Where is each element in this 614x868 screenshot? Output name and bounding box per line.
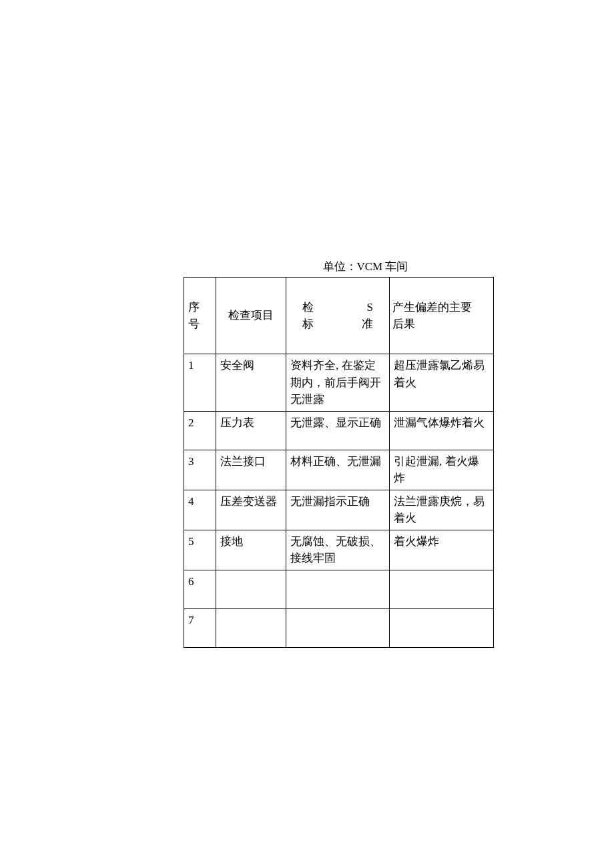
header-result: 产生偏差的主要 后果 [390, 278, 494, 354]
cell-std: 资料齐全, 在鉴定期内，前后手阀开无泄露 [286, 354, 390, 412]
table-row: 1 安全阀 资料齐全, 在鉴定期内，前后手阀开无泄露 超压泄露氯乙烯易着火 [184, 354, 494, 412]
cell-result [390, 608, 494, 647]
cell-item [216, 608, 286, 647]
header-seq-char2: 号 [188, 316, 212, 333]
cell-result: 法兰泄露庚烷，易着火 [390, 490, 494, 530]
table-header-row: 序 号 检查项目 检 S 标 准 产生偏差的主要 后果 [184, 278, 494, 354]
cell-std: 材料正确、无泄漏 [286, 450, 390, 490]
table-row: 6 [184, 570, 494, 608]
table-row: 2 压力表 无泄露、显示正确 泄漏气体爆炸着火 [184, 411, 494, 450]
cell-item: 法兰接口 [216, 450, 286, 490]
header-seq-char1: 序 [188, 299, 212, 316]
cell-seq: 2 [184, 411, 216, 450]
cell-item: 压差变送器 [216, 490, 286, 530]
header-std-char4: 准 [362, 316, 373, 333]
table-row: 3 法兰接口 材料正确、无泄漏 引起泄漏, 着火爆炸 [184, 450, 494, 490]
header-sequence: 序 号 [184, 278, 216, 354]
cell-result: 泄漏气体爆炸着火 [390, 411, 494, 450]
cell-std: 无腐蚀、无破损、接线牢固 [286, 530, 390, 570]
cell-seq: 5 [184, 530, 216, 570]
table-row: 5 接地 无腐蚀、无破损、接线牢固 着火爆炸 [184, 530, 494, 570]
cell-seq: 4 [184, 490, 216, 530]
header-result-line2: 后果 [392, 316, 489, 333]
cell-seq: 7 [184, 608, 216, 647]
header-std-char1: 检 [302, 299, 314, 316]
cell-item: 安全阀 [216, 354, 286, 412]
cell-std [286, 570, 390, 608]
cell-result: 引起泄漏, 着火爆炸 [390, 450, 494, 490]
cell-std [286, 608, 390, 647]
cell-result: 着火爆炸 [390, 530, 494, 570]
cell-result [390, 570, 494, 608]
table-title: 单位：VCM 车间 [184, 259, 494, 274]
header-std-char3: 标 [302, 316, 314, 333]
cell-std: 无泄漏指示正确 [286, 490, 390, 530]
cell-seq: 3 [184, 450, 216, 490]
cell-std: 无泄露、显示正确 [286, 411, 390, 450]
header-result-line1: 产生偏差的主要 [392, 299, 489, 316]
document-page: 单位：VCM 车间 序 号 检查项目 检 S 标 准 产生偏差的主要 后果 [0, 0, 614, 648]
header-std-char2: S [367, 299, 373, 316]
header-item: 检查项目 [216, 278, 286, 354]
cell-seq: 6 [184, 570, 216, 608]
cell-item: 压力表 [216, 411, 286, 450]
inspection-table: 序 号 检查项目 检 S 标 准 产生偏差的主要 后果 1 安全阀 [184, 277, 494, 648]
table-row: 7 [184, 608, 494, 647]
cell-seq: 1 [184, 354, 216, 412]
table-row: 4 压差变送器 无泄漏指示正确 法兰泄露庚烷，易着火 [184, 490, 494, 530]
cell-result: 超压泄露氯乙烯易着火 [390, 354, 494, 412]
cell-item [216, 570, 286, 608]
cell-item: 接地 [216, 530, 286, 570]
header-standard: 检 S 标 准 [286, 278, 390, 354]
